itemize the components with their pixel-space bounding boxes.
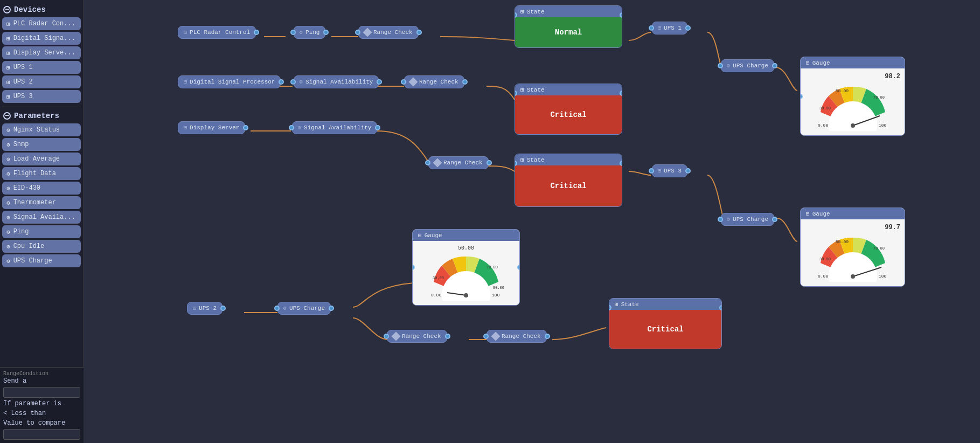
range5-node[interactable]: Range Check [486,330,547,343]
devices-section-header[interactable]: − Devices [2,3,81,17]
ups2-box[interactable]: ⊞ UPS 2 [187,302,223,315]
sigavail2-box[interactable]: ⚙ Signal Availability [292,121,377,134]
ups2-icon: ⊞ [193,305,196,312]
dsp-icon: ⊞ [184,79,187,85]
sigavail1-label: Signal Availability [305,79,373,85]
ping1-label: Ping [305,29,319,36]
gauge2-node[interactable]: ⊞ Gauge 99.7 0.00 50.00 100 30.00 70.00 [800,207,905,287]
upscharge3-left-dot [274,306,280,311]
ups3-box[interactable]: ⊞ UPS 3 [652,164,687,177]
sidebar-item-thermometer[interactable]: ⚙ Thermometer [2,196,81,209]
sidebar-item-ups3[interactable]: ⊞ UPS 3 [2,90,81,103]
ping1-box[interactable]: ⚙ Ping [294,26,325,39]
range1-box[interactable]: Range Check [358,26,419,39]
param-icon: ⚙ [6,243,10,250]
state-critical1-title: State [527,87,545,93]
sidebar-item-label: Snmp [13,141,29,148]
plc-node[interactable]: ⊞ PLC Radar Control [178,26,256,39]
ups2-node[interactable]: ⊞ UPS 2 [187,302,223,315]
sidebar-item-cpuidle[interactable]: ⚙ Cpu Idle [2,240,81,253]
plc-box[interactable]: ⊞ PLC Radar Control [178,26,256,39]
range3-node[interactable]: Range Check [428,156,489,169]
sigavail1-box[interactable]: ⚙ Signal Availability [294,75,379,88]
state-critical3-title: State [621,301,639,308]
gauge3-body: 50.00 0.00 100 30.00 70.00 80.00 [413,241,519,305]
ups1-box[interactable]: ⊞ UPS 1 [652,22,687,34]
state-critical2-node[interactable]: ⊞ State Critical [515,154,622,207]
upscharge1-box[interactable]: ⚙ UPS Charge [721,59,774,72]
range2-node[interactable]: Range Check [404,75,464,88]
ping1-node[interactable]: ⚙ Ping [294,26,325,39]
sidebar: − Devices ⊞ PLC Radar Con... ⊞ Digital S… [0,0,84,443]
svg-text:100: 100 [492,293,500,297]
upscharge2-node[interactable]: ⚙ UPS Charge [721,213,774,226]
sidebar-item-display[interactable]: ⊞ Display Serve... [2,46,81,59]
range3-box[interactable]: Range Check [428,156,489,169]
sidebar-item-plc[interactable]: ⊞ PLC Radar Con... [2,17,81,30]
state-critical1-node[interactable]: ⊞ State Critical [515,84,622,135]
sidebar-item-dsp[interactable]: ⊞ Digital Signa... [2,32,81,45]
upscharge1-node[interactable]: ⚙ UPS Charge [721,59,774,72]
ping1-right-dot [323,30,329,35]
sidebar-item-flight[interactable]: ⚙ Flight Data [2,167,81,180]
svg-point-15 [851,274,855,279]
sidebar-item-ups1[interactable]: ⊞ UPS 1 [2,61,81,74]
upscharge2-box[interactable]: ⚙ UPS Charge [721,213,774,226]
state-critical1-status: Critical [550,110,586,119]
state-normal-status: Normal [555,28,582,37]
send-a-value: Send a [3,377,80,385]
range5-box[interactable]: Range Check [486,330,547,343]
critical-input[interactable]: Critical [3,387,80,398]
gauge2-svg: 0.00 50.00 100 30.00 70.00 [810,233,896,282]
svg-text:50.00: 50.00 [836,88,849,93]
sidebar-item-upscharge[interactable]: ⚙ UPS Charge [2,254,81,267]
sidebar-item-signal[interactable]: ⚙ Signal Availa... [2,211,81,224]
state-critical3-node[interactable]: ⊞ State Critical [609,298,722,349]
sidebar-item-snmp[interactable]: ⚙ Snmp [2,138,81,151]
sidebar-item-nginx[interactable]: ⚙ Nginx Status [2,123,81,136]
ping1-icon: ⚙ [300,29,303,36]
ups1-icon: ⊞ [658,25,661,31]
sidebar-item-eid[interactable]: ⚙ EID-430 [2,182,81,195]
sidebar-item-label: UPS 2 [13,78,33,86]
range3-label: Range Check [443,160,483,166]
parameters-section-header[interactable]: − Parameters [2,109,81,123]
svg-point-23 [464,293,468,297]
ups1-node[interactable]: ⊞ UPS 1 [652,22,687,34]
sigavail1-node[interactable]: ⚙ Signal Availability [294,75,379,88]
sigavail1-right-dot [377,79,382,85]
state-normal-node[interactable]: ⊞ State Normal [515,5,622,48]
dsp-node[interactable]: ⊞ Digital Signal Processor [178,75,281,88]
sidebar-item-load[interactable]: ⚙ Load Average [2,153,81,165]
sidebar-item-ups2[interactable]: ⊞ UPS 2 [2,75,81,88]
range1-label: Range Check [373,29,413,36]
range2-left-dot [401,79,406,85]
range2-box[interactable]: Range Check [404,75,464,88]
ups2-right-dot [220,306,226,311]
upscharge3-node[interactable]: ⚙ UPS Charge [277,302,331,315]
sigavail2-node[interactable]: ⚙ Signal Availability [292,121,377,134]
param-icon: ⚙ [6,214,10,221]
state-normal-right-dot [620,12,622,18]
upscharge3-box[interactable]: ⚙ UPS Charge [277,302,331,315]
compare-value-input[interactable]: 50 [3,429,80,440]
ups1-left-dot [649,25,654,31]
state-critical3-right-dot [719,305,722,310]
dsp-box[interactable]: ⊞ Digital Signal Processor [178,75,281,88]
state-critical3-header: ⊞ State [609,299,721,310]
ups3-node[interactable]: ⊞ UPS 3 [652,164,687,177]
display-srv-node[interactable]: ⊞ Display Server [178,121,245,134]
sidebar-item-ping[interactable]: ⚙ Ping [2,225,81,238]
range1-right-dot [416,30,422,35]
gauge1-node[interactable]: ⊞ Gauge 98.2 0.00 50.00 [800,57,905,136]
range1-node[interactable]: Range Check [358,26,419,39]
range4-node[interactable]: Range Check [387,330,447,343]
sidebar-item-label: Thermometer [13,199,56,206]
display-srv-box[interactable]: ⊞ Display Server [178,121,245,134]
gauge3-node[interactable]: ⊞ Gauge 50.00 0.00 100 30.00 70.00 80.00 [412,229,520,306]
range4-box[interactable]: Range Check [387,330,447,343]
sigavail1-left-dot [290,79,296,85]
divider [2,107,81,107]
sigavail2-left-dot [289,125,294,130]
display-srv-icon: ⊞ [184,124,187,131]
